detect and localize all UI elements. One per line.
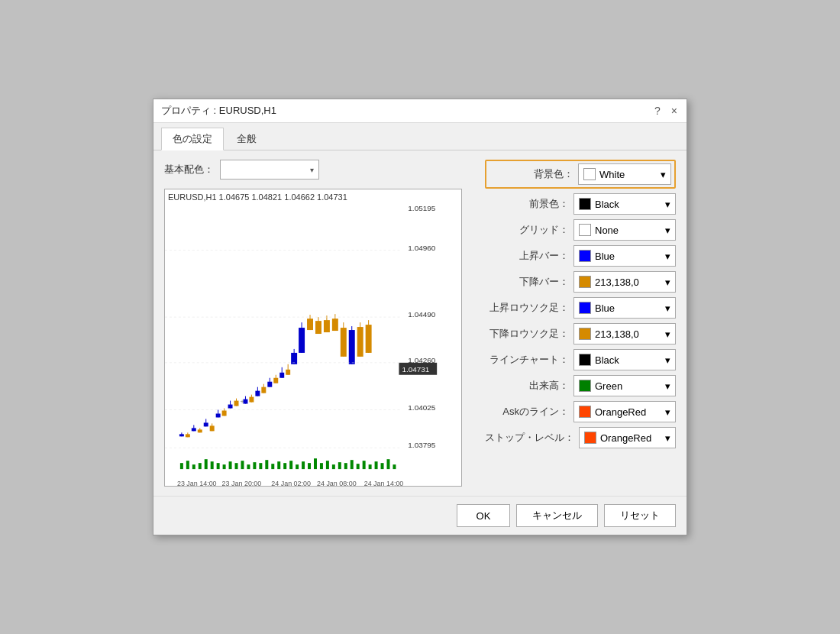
svg-rect-18 — [241, 461, 244, 469]
ask-line-inner: OrangeRed — [579, 406, 646, 418]
color-row-bear-candle: 下降ロウソク足： 213,138,0 ▾ — [485, 323, 676, 344]
svg-rect-29 — [308, 463, 311, 469]
bull-bar-select[interactable]: Blue ▾ — [573, 245, 676, 267]
svg-rect-19 — [247, 464, 250, 469]
color-row-line-chart: ラインチャート： Black ▾ — [485, 349, 676, 370]
ask-line-value: OrangeRed — [595, 406, 646, 418]
svg-rect-26 — [289, 461, 292, 469]
volume-select[interactable]: Green ▾ — [573, 375, 676, 396]
grid-color-label: グリッド： — [485, 223, 569, 237]
svg-rect-39 — [369, 464, 372, 469]
help-button[interactable]: ? — [653, 105, 662, 117]
grid-color-value: None — [595, 225, 619, 236]
line-chart-swatch — [579, 354, 591, 366]
bull-bar-value: Blue — [595, 251, 615, 262]
svg-rect-15 — [223, 464, 226, 469]
stop-level-select[interactable]: OrangeRed ▾ — [579, 427, 676, 448]
bull-bar-inner: Blue — [579, 250, 615, 262]
bull-bar-label: 上昇バー： — [485, 249, 569, 263]
bear-bar-swatch — [579, 276, 591, 288]
reset-button[interactable]: リセット — [604, 504, 676, 527]
ask-line-chevron-icon: ▾ — [665, 406, 670, 418]
svg-rect-59 — [222, 411, 227, 416]
svg-rect-25 — [283, 463, 286, 469]
svg-rect-61 — [228, 405, 233, 409]
bull-candle-inner: Blue — [579, 302, 615, 314]
grid-color-select[interactable]: None ▾ — [573, 219, 676, 241]
svg-rect-36 — [351, 460, 354, 469]
base-color-chevron-icon: ▾ — [310, 166, 314, 174]
base-color-select[interactable]: ▾ — [220, 160, 319, 180]
tabs-bar: 色の設定 全般 — [153, 123, 687, 150]
svg-rect-35 — [344, 463, 347, 469]
left-panel: 基本配色： ▾ EURUSD,H1 1.04675 1.04821 1.0466… — [164, 160, 473, 487]
tab-color-settings[interactable]: 色の設定 — [161, 128, 224, 150]
svg-text:23 Jan 20:00: 23 Jan 20:00 — [222, 480, 262, 486]
svg-rect-70 — [255, 391, 260, 396]
ok-button[interactable]: OK — [457, 504, 510, 527]
svg-rect-17 — [235, 463, 238, 469]
svg-rect-43 — [393, 464, 396, 469]
ask-line-select[interactable]: OrangeRed ▾ — [573, 401, 676, 422]
bull-candle-select[interactable]: Blue ▾ — [573, 297, 676, 319]
close-button[interactable]: × — [670, 105, 679, 117]
color-row-bull-bar: 上昇バー： Blue ▾ — [485, 245, 676, 267]
base-color-label: 基本配色： — [164, 163, 214, 176]
svg-rect-55 — [210, 425, 215, 431]
line-chart-chevron-icon: ▾ — [665, 354, 670, 366]
bear-bar-select[interactable]: 213,138,0 ▾ — [573, 271, 676, 293]
svg-rect-38 — [363, 461, 366, 469]
background-color-value: White — [599, 169, 625, 180]
svg-rect-31 — [320, 463, 323, 469]
svg-rect-68 — [249, 397, 254, 403]
svg-rect-86 — [307, 319, 313, 330]
tab-general[interactable]: 全般 — [225, 128, 268, 150]
background-color-label: 背景色： — [489, 167, 573, 181]
svg-text:1.04025: 1.04025 — [408, 403, 435, 412]
svg-rect-74 — [267, 382, 272, 387]
svg-text:24 Jan 08:00: 24 Jan 08:00 — [317, 480, 357, 486]
svg-rect-53 — [204, 422, 208, 426]
svg-rect-16 — [229, 461, 232, 469]
right-panel: 背景色： White ▾ 前景色： Black ▾ — [485, 160, 676, 487]
stop-level-value: OrangeRed — [600, 432, 651, 444]
line-chart-value: Black — [595, 354, 619, 366]
bull-candle-label: 上昇ロウソク足： — [485, 301, 569, 315]
svg-rect-34 — [338, 462, 341, 469]
svg-rect-98 — [357, 327, 363, 357]
svg-rect-88 — [315, 321, 321, 334]
foreground-color-inner: Black — [579, 198, 619, 210]
foreground-color-label: 前景色： — [485, 197, 569, 211]
svg-rect-45 — [179, 434, 184, 436]
cancel-button[interactable]: キャンセル — [516, 504, 598, 527]
grid-color-chevron-icon: ▾ — [665, 225, 670, 236]
svg-rect-20 — [253, 462, 256, 469]
line-chart-select[interactable]: Black ▾ — [573, 349, 676, 370]
bear-bar-value: 213,138,0 — [595, 277, 639, 288]
svg-rect-23 — [271, 464, 274, 469]
line-chart-label: ラインチャート： — [485, 353, 569, 367]
svg-rect-30 — [314, 458, 317, 469]
svg-rect-24 — [277, 461, 280, 469]
bull-bar-swatch — [579, 250, 591, 262]
volume-swatch — [579, 380, 591, 392]
svg-rect-42 — [387, 459, 390, 469]
svg-text:24 Jan 14:00: 24 Jan 14:00 — [364, 480, 404, 486]
foreground-color-swatch — [579, 198, 591, 210]
svg-rect-66 — [243, 399, 247, 404]
bear-candle-value: 213,138,0 — [595, 328, 639, 340]
svg-rect-82 — [291, 353, 297, 364]
svg-rect-84 — [299, 328, 305, 353]
stop-level-chevron-icon: ▾ — [665, 432, 670, 444]
bear-bar-label: 下降バー： — [485, 275, 569, 289]
svg-rect-12 — [205, 459, 208, 469]
background-color-select[interactable]: White ▾ — [578, 163, 671, 185]
foreground-color-select[interactable]: Black ▾ — [573, 193, 676, 215]
svg-rect-80 — [286, 370, 290, 375]
dialog-footer: OK キャンセル リセット — [153, 496, 687, 535]
chart-container: EURUSD,H1 1.04675 1.04821 1.04662 1.0473… — [164, 189, 462, 487]
svg-rect-37 — [357, 464, 360, 469]
svg-text:1.04731: 1.04731 — [402, 365, 429, 374]
color-row-background: 背景色： White ▾ — [485, 160, 676, 189]
bear-candle-select[interactable]: 213,138,0 ▾ — [573, 323, 676, 344]
